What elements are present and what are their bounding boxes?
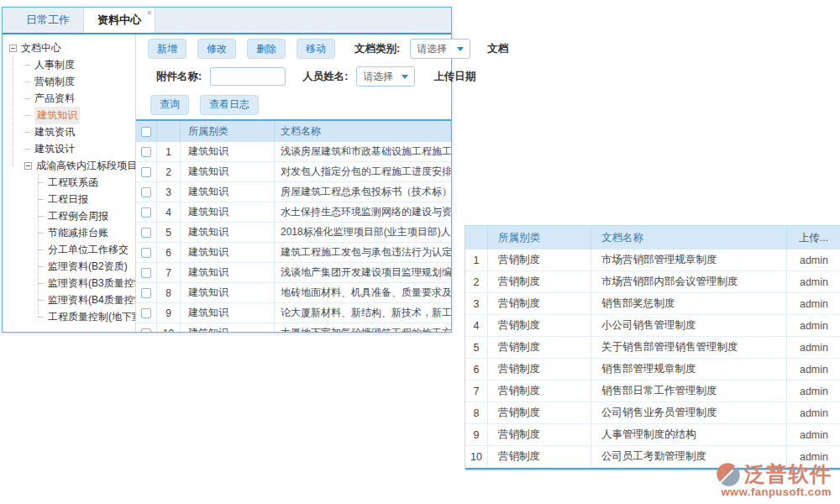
close-icon[interactable]: ×: [147, 8, 152, 18]
row-checkbox[interactable]: [141, 308, 151, 318]
row-uploader: admin: [787, 293, 840, 314]
collapse-icon[interactable]: [24, 162, 32, 170]
table-row[interactable]: 6营销制度销售部管理规章制度admin: [465, 359, 840, 381]
tree-item[interactable]: 建筑知识: [3, 107, 135, 123]
tree-item[interactable]: 文档中心: [3, 39, 135, 56]
tab-data-center[interactable]: 资料中心 ×: [83, 8, 155, 33]
row-checkbox[interactable]: [141, 248, 151, 258]
row-uploader: admin: [787, 402, 840, 423]
tab-daily-work[interactable]: 日常工作: [13, 8, 83, 33]
row-category: 建筑知识: [181, 303, 275, 323]
row-category: 营销制度: [488, 424, 591, 445]
attachment-name-input[interactable]: [210, 67, 286, 86]
tree-item-label: 成渝高铁内江标段项目: [36, 159, 136, 173]
table-row[interactable]: 8营销制度公司销售业务员管理制度admin: [465, 402, 840, 424]
person-select[interactable]: 请选择: [356, 66, 415, 87]
view-log-button[interactable]: 查看日志: [200, 95, 259, 115]
main-content: 新增修改删除移动 文档类别: 请选择 文档 附件名称: 人员姓名: 请选择: [136, 34, 451, 332]
header-doc-name: 文档名称: [275, 121, 451, 142]
row-category: 建筑知识: [181, 162, 275, 181]
row-doc-name: 建筑工程施工发包与承包违法行为认定...: [275, 243, 451, 262]
tree-item[interactable]: 监理资料(B4质量控制): [3, 291, 135, 308]
table-row[interactable]: 2营销制度市场营销部内部会议管理制度admin: [465, 271, 840, 293]
row-checkbox[interactable]: [141, 187, 151, 197]
table-row[interactable]: 3建筑知识房屋建筑工程总承包投标书（技术标）...: [136, 182, 451, 202]
doc-type-label: 文档类别:: [354, 42, 400, 56]
tree-item[interactable]: 人事制度: [3, 56, 135, 73]
tree-branch-line: [38, 249, 44, 250]
row-checkbox[interactable]: [141, 288, 151, 298]
collapse-icon[interactable]: [9, 45, 17, 52]
delete-button[interactable]: 删除: [247, 39, 286, 59]
tree-item[interactable]: 建筑资讯: [3, 123, 135, 140]
tree-branch-line: [24, 149, 30, 150]
table-row[interactable]: 8建筑知识地砖地面材料、机具准备、质量要求及...: [136, 283, 451, 303]
row-checkbox[interactable]: [141, 268, 151, 278]
row-number: 2: [157, 162, 181, 181]
row-checkbox[interactable]: [141, 328, 151, 333]
table-row[interactable]: 9建筑知识论大厦新材料、新结构、新技术，新工...: [136, 303, 451, 323]
table-row[interactable]: 3营销制度销售部奖惩制度admin: [465, 293, 840, 315]
row-doc-name: 对发包人指定分包的工程施工进度安排...: [275, 162, 451, 181]
header-doc-name: 文档名称: [591, 226, 787, 249]
marketing-documents-table: 所属别类 文档名称 上传... 1营销制度市场营销部管理规章制度admin2营销…: [465, 225, 840, 470]
tree-item-label: 节能减排台账: [48, 226, 108, 240]
row-checkbox-cell: [136, 182, 157, 202]
upload-date-label: 上传日期: [433, 70, 475, 84]
row-checkbox[interactable]: [141, 147, 151, 157]
table-row[interactable]: 9营销制度人事管理制度的结构admin: [465, 424, 840, 446]
row-checkbox-cell: [136, 223, 157, 242]
table-row[interactable]: 2建筑知识对发包人指定分包的工程施工进度安排...: [136, 162, 451, 182]
table-header: 所属别类 文档名称 上传...: [465, 226, 840, 249]
table-body: 1建筑知识浅谈房屋建筑和市政基础设施工程施工...2建筑知识对发包人指定分包的工…: [136, 142, 451, 332]
table-header: 所属别类 文档名称: [136, 121, 451, 142]
table-row[interactable]: 7建筑知识浅谈地产集团开发建设项目监理规划编...: [136, 263, 451, 283]
tree-item-label: 分工单位工作移交: [48, 243, 129, 257]
row-uploader: admin: [787, 271, 840, 292]
tab-label: 日常工作: [26, 13, 70, 28]
table-row[interactable]: 4建筑知识水土保持生态环境监测网络的建设与资...: [136, 202, 451, 223]
tree-item[interactable]: 工程日报: [3, 191, 135, 207]
row-checkbox[interactable]: [141, 228, 151, 238]
row-checkbox[interactable]: [141, 207, 151, 218]
tree-item[interactable]: 营销制度: [3, 73, 135, 90]
query-button[interactable]: 查询: [150, 95, 189, 115]
add-button[interactable]: 新增: [148, 39, 186, 59]
tree-item[interactable]: 建筑设计: [3, 140, 135, 157]
row-doc-name: 大厦地下室加气砼墙砌筑工程的施工方...: [275, 323, 451, 332]
tree-item[interactable]: 节能减排台账: [3, 224, 135, 241]
select-all-checkbox[interactable]: [141, 127, 151, 137]
logo-url: www.fanpusoft.com: [721, 486, 832, 498]
tree-item[interactable]: 工程联系函: [3, 174, 135, 191]
tree-branch-line: [38, 283, 44, 284]
tab-bar: 日常工作 资料中心 ×: [3, 8, 451, 34]
tree-item[interactable]: 成渝高铁内江标段项目: [3, 157, 135, 174]
tree-item-label: 监理资料(B3质量控制): [48, 276, 136, 291]
tree-item[interactable]: 产品资料: [3, 90, 135, 107]
table-row[interactable]: 6建筑知识建筑工程施工发包与承包违法行为认定...: [136, 243, 451, 263]
edit-button[interactable]: 修改: [197, 39, 236, 59]
row-category: 营销制度: [488, 402, 591, 423]
table-row[interactable]: 1营销制度市场营销部管理规章制度admin: [465, 249, 840, 271]
table-row[interactable]: 7营销制度销售部日常工作管理制度admin: [465, 381, 840, 402]
doc-type-select[interactable]: 请选择: [410, 39, 470, 59]
tree-item[interactable]: 分工单位工作移交: [3, 241, 135, 258]
row-category: 建筑知识: [181, 263, 275, 282]
tree-item[interactable]: 工程质量控制(地下室): [3, 308, 135, 325]
row-checkbox[interactable]: [141, 167, 151, 177]
tree-item[interactable]: 监理资料(B3质量控制): [3, 275, 135, 291]
row-number: 10: [465, 446, 488, 467]
tree-item[interactable]: 工程例会周报: [3, 207, 135, 224]
row-checkbox-cell: [136, 142, 157, 161]
row-doc-name: 论大厦新材料、新结构、新技术，新工...: [275, 303, 451, 323]
move-button[interactable]: 移动: [297, 39, 335, 59]
row-checkbox-cell: [136, 243, 157, 262]
table-row[interactable]: 1建筑知识浅谈房屋建筑和市政基础设施工程施工...: [136, 142, 451, 162]
table-row[interactable]: 5建筑知识2018标准化监理项目部(业主项目部)人员...: [136, 223, 451, 243]
tree-item[interactable]: 监理资料(B2资质): [3, 258, 135, 275]
row-doc-name: 浅谈房屋建筑和市政基础设施工程施工...: [275, 142, 451, 161]
row-category: 建筑知识: [181, 223, 275, 242]
table-row[interactable]: 4营销制度小公司销售管理制度admin: [465, 315, 840, 337]
table-row[interactable]: 10建筑知识大厦地下室加气砼墙砌筑工程的施工方...: [136, 323, 451, 332]
table-row[interactable]: 5营销制度关于销售部管理销售管理制度admin: [465, 337, 840, 359]
